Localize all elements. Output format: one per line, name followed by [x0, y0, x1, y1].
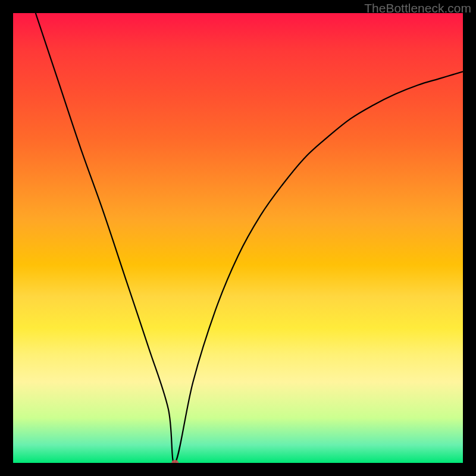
chart-frame: TheBottleneck.com: [0, 0, 476, 476]
bottleneck-curve: [13, 13, 463, 463]
plot-area: [13, 13, 463, 463]
watermark-text: TheBottleneck.com: [364, 1, 471, 15]
